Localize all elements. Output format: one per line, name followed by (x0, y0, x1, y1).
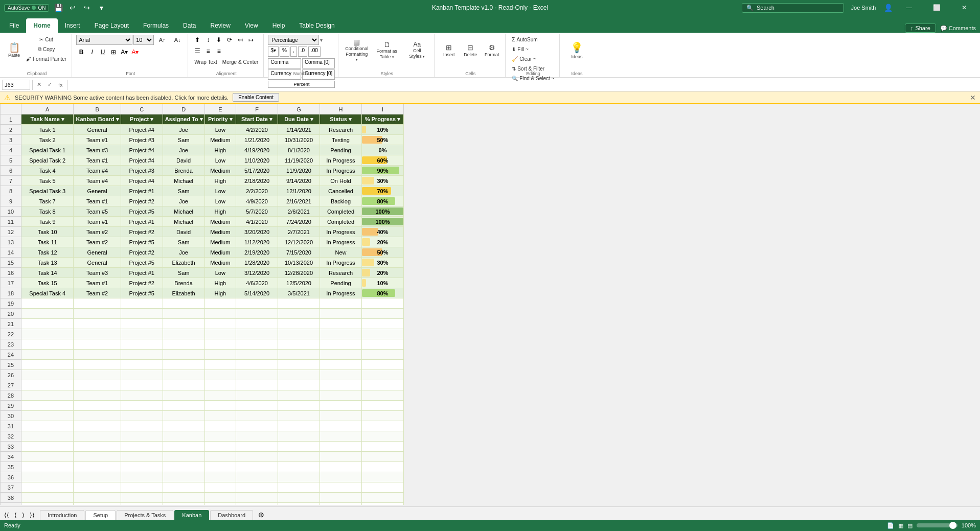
number-format-expand[interactable]: ▾ (320, 37, 323, 43)
cell-status[interactable]: Research (320, 268, 362, 278)
empty-cell[interactable] (163, 309, 204, 319)
empty-cell[interactable] (121, 411, 163, 421)
cell-start-date[interactable]: 5/14/2020 (236, 288, 278, 298)
empty-cell[interactable] (163, 411, 204, 421)
empty-cell[interactable] (163, 298, 204, 309)
wrap-text-button[interactable]: Wrap Text (192, 57, 219, 66)
cell-status[interactable]: In Progress (320, 237, 362, 247)
cell-progress[interactable]: 50% (361, 247, 403, 258)
more-commands-icon[interactable]: ▾ (96, 3, 106, 13)
indent-increase-button[interactable]: ↦ (246, 35, 256, 45)
cell-reference-input[interactable]: J63 (2, 80, 30, 90)
sheet-scroll-area[interactable]: A B C D E F G H I 1 Task Name ▾ Kanban B… (0, 104, 980, 505)
function-icon[interactable]: fx (56, 82, 65, 88)
empty-cell[interactable] (163, 452, 204, 462)
empty-cell[interactable] (204, 401, 236, 411)
cell-due-date[interactable]: 11/19/2020 (278, 155, 320, 166)
empty-cell[interactable] (278, 370, 320, 380)
tab-home[interactable]: Home (26, 18, 57, 33)
empty-cell[interactable] (163, 390, 204, 401)
cell-assigned-to[interactable]: Michael (163, 206, 204, 217)
empty-cell[interactable] (236, 329, 278, 339)
empty-cell[interactable] (21, 431, 73, 442)
empty-cell[interactable] (21, 339, 73, 350)
font-name-select[interactable]: Arial (76, 35, 132, 45)
empty-cell[interactable] (204, 493, 236, 503)
empty-cell[interactable] (21, 360, 73, 370)
empty-cell[interactable] (236, 421, 278, 431)
cell-task-name[interactable]: Special Task 2 (21, 155, 73, 166)
empty-cell[interactable] (21, 390, 73, 401)
empty-cell[interactable] (21, 401, 73, 411)
tab-help[interactable]: Help (265, 18, 292, 33)
cell-start-date[interactable]: 4/1/2020 (236, 217, 278, 227)
empty-cell[interactable] (121, 329, 163, 339)
autosave-badge[interactable]: AutoSave ON (4, 4, 49, 12)
tab-page-layout[interactable]: Page Layout (87, 18, 136, 33)
cell-kanban-board[interactable]: Team #3 (74, 145, 121, 155)
cell-priority[interactable]: Medium (204, 135, 236, 145)
empty-cell[interactable] (361, 390, 403, 401)
cell-due-date[interactable]: 10/31/2020 (278, 135, 320, 145)
cell-start-date[interactable]: 5/17/2020 (236, 166, 278, 176)
border-button[interactable]: ⊞ (108, 47, 119, 57)
empty-cell[interactable] (74, 309, 121, 319)
empty-cell[interactable] (21, 309, 73, 319)
empty-cell[interactable] (121, 298, 163, 309)
cell-task-name[interactable]: Task 10 (21, 227, 73, 237)
empty-cell[interactable] (236, 390, 278, 401)
empty-cell[interactable] (204, 462, 236, 472)
undo-icon[interactable]: ↩ (67, 3, 78, 13)
align-top-button[interactable]: ⬆ (192, 35, 202, 45)
comma-preset-button[interactable]: Comma (268, 58, 301, 68)
cell-priority[interactable]: Low (204, 155, 236, 166)
cell-task-name[interactable]: Task 8 (21, 206, 73, 217)
cell-task-name[interactable]: Special Task 4 (21, 288, 73, 298)
save-icon[interactable]: 💾 (53, 3, 63, 13)
empty-cell[interactable] (236, 339, 278, 350)
cell-project[interactable]: Project #5 (121, 258, 163, 268)
empty-cell[interactable] (361, 329, 403, 339)
empty-cell[interactable] (361, 411, 403, 421)
user-name[interactable]: Joe Smith (848, 3, 879, 13)
empty-cell[interactable] (236, 309, 278, 319)
paste-button[interactable]: 📋 Paste (5, 35, 23, 65)
cell-assigned-to[interactable]: Joe (163, 145, 204, 155)
empty-cell[interactable] (204, 503, 236, 505)
insert-button[interactable]: ⊞ Insert (439, 35, 459, 65)
empty-cell[interactable] (163, 370, 204, 380)
empty-cell[interactable] (361, 472, 403, 482)
page-break-view-button[interactable]: ▤ (907, 522, 913, 529)
empty-cell[interactable] (21, 329, 73, 339)
empty-cell[interactable] (278, 329, 320, 339)
increase-decimal-button[interactable]: .00 (308, 47, 321, 57)
cell-task-name[interactable]: Special Task 3 (21, 186, 73, 196)
tab-table-design[interactable]: Table Design (292, 18, 341, 33)
cell-priority[interactable]: Low (204, 186, 236, 196)
cell-progress[interactable]: 80% (361, 196, 403, 206)
cell-progress[interactable]: 10% (361, 278, 403, 288)
cell-assigned-to[interactable]: Sam (163, 268, 204, 278)
align-bottom-button[interactable]: ⬇ (214, 35, 224, 45)
cell-project[interactable]: Project #1 (121, 268, 163, 278)
empty-cell[interactable] (204, 421, 236, 431)
cell-project[interactable]: Project #5 (121, 237, 163, 247)
confirm-formula-icon[interactable]: ✓ (45, 81, 54, 88)
align-middle-button[interactable]: ↕ (203, 35, 213, 45)
cell-priority[interactable]: Low (204, 196, 236, 206)
empty-cell[interactable] (278, 390, 320, 401)
empty-cell[interactable] (74, 339, 121, 350)
cell-project[interactable]: Project #4 (121, 155, 163, 166)
empty-cell[interactable] (74, 298, 121, 309)
cell-priority[interactable]: Medium (204, 258, 236, 268)
empty-cell[interactable] (361, 298, 403, 309)
empty-cell[interactable] (278, 411, 320, 421)
empty-cell[interactable] (163, 401, 204, 411)
empty-cell[interactable] (204, 329, 236, 339)
cell-assigned-to[interactable]: Elizabeth (163, 258, 204, 268)
empty-cell[interactable] (121, 482, 163, 493)
cell-progress[interactable]: 0% (361, 145, 403, 155)
cell-progress[interactable]: 10% (361, 125, 403, 135)
cell-project[interactable]: Project #2 (121, 278, 163, 288)
cell-start-date[interactable]: 4/2/2020 (236, 125, 278, 135)
